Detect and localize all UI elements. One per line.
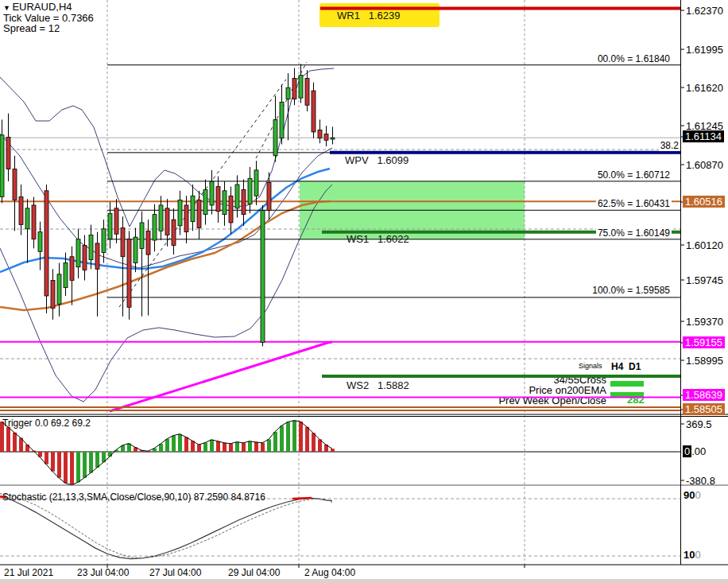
- trigger-bar: [235, 442, 239, 452]
- candle-body: [38, 232, 42, 252]
- candle-body: [254, 170, 258, 196]
- candle-body: [197, 200, 201, 227]
- trigger-bar: [254, 442, 258, 452]
- candle-body: [25, 208, 29, 229]
- stoch-main-line: [0, 496, 332, 558]
- mt4-chart-window: ▼ EURAUD,H4 Tick Value = 0.7366 Spread =…: [0, 0, 728, 583]
- candle-body: [146, 231, 150, 255]
- candle-body: [191, 196, 195, 221]
- ma-slow-orange: [0, 201, 330, 310]
- candle-body: [89, 235, 93, 260]
- candle-body: [235, 185, 239, 208]
- trigger-bar: [248, 441, 252, 452]
- trigger-bar: [305, 427, 309, 452]
- candle-body: [203, 190, 207, 215]
- trigger-bar: [165, 439, 169, 452]
- candle-body: [292, 79, 296, 99]
- candle-body: [210, 181, 214, 205]
- trigger-bar: [172, 436, 176, 452]
- trigger-bar: [6, 427, 10, 452]
- trigger-bar: [203, 443, 207, 452]
- candle-body: [318, 130, 322, 138]
- candle-body: [229, 196, 233, 223]
- stoch-red-segment: [292, 498, 312, 499]
- candle-body: [57, 274, 61, 305]
- candle-body: [267, 182, 271, 210]
- trigger-bar: [331, 449, 335, 452]
- chart-canvas[interactable]: [0, 0, 728, 583]
- candle-body: [76, 239, 80, 267]
- candle-body: [261, 210, 265, 342]
- candle-body: [114, 208, 118, 234]
- candle-body: [153, 215, 157, 240]
- trigger-bar: [178, 434, 182, 452]
- trigger-bar: [25, 445, 29, 452]
- candle-body: [51, 281, 55, 309]
- candle-body: [280, 102, 284, 138]
- trigger-bar: [261, 443, 265, 452]
- trigger-bar: [216, 441, 220, 452]
- candle-body: [324, 134, 328, 141]
- candle-body: [165, 208, 169, 235]
- candle-body: [32, 205, 36, 239]
- candle-body: [70, 257, 74, 281]
- candle-body: [248, 178, 252, 204]
- trigger-bar: [64, 452, 68, 483]
- trigger-bar: [273, 432, 277, 452]
- candle-body: [95, 243, 99, 269]
- candle-body: [127, 239, 131, 308]
- candle-body: [134, 237, 137, 262]
- candle-body: [286, 87, 290, 99]
- candle-body: [102, 229, 106, 253]
- trigger-bar: [76, 452, 80, 482]
- signal-status-swatch: [610, 381, 644, 387]
- candle-body: [13, 169, 17, 200]
- trigger-bar: [0, 422, 4, 452]
- window-bottom-strip: [0, 579, 728, 583]
- candle-body: [312, 91, 316, 132]
- magenta-trendline: [110, 342, 332, 411]
- trigger-bar: [89, 452, 93, 473]
- stoch-red-segment: [0, 496, 6, 497]
- trigger-bar: [13, 433, 17, 452]
- candle-body: [299, 76, 303, 99]
- trigger-bar: [223, 443, 227, 452]
- candle-body: [140, 223, 144, 248]
- candle-body: [19, 197, 23, 225]
- candle-body: [216, 187, 220, 212]
- candle-body: [331, 138, 335, 139]
- trigger-bar: [286, 422, 290, 452]
- ma-fast-blue: [0, 169, 330, 272]
- candle-body: [108, 213, 112, 239]
- trigger-bar: [45, 452, 48, 464]
- trigger-bar: [242, 443, 246, 452]
- candle-body: [64, 263, 68, 288]
- candle-body: [305, 79, 309, 106]
- trigger-bar: [267, 439, 271, 452]
- candle-body: [45, 191, 48, 296]
- trigger-bar: [184, 437, 188, 452]
- candle-body: [178, 200, 182, 225]
- candle-body: [273, 119, 277, 155]
- candle-body: [121, 227, 125, 256]
- trigger-bar: [299, 422, 303, 452]
- signal-status-swatch: [610, 392, 644, 398]
- trigger-bar: [229, 444, 233, 452]
- candle-body: [223, 191, 227, 215]
- trigger-bar: [191, 441, 195, 452]
- trigger-bar: [210, 440, 214, 452]
- trigger-bar: [197, 445, 201, 452]
- trigger-bar: [57, 452, 61, 478]
- trigger-bar: [95, 452, 99, 468]
- trigger-bar: [292, 421, 296, 452]
- trigger-bar: [280, 426, 284, 452]
- candle-body: [0, 135, 4, 197]
- candle-body: [184, 205, 188, 232]
- candle-body: [242, 190, 246, 215]
- candle-body: [172, 220, 176, 245]
- candle-body: [83, 245, 87, 270]
- trigger-bar: [312, 433, 316, 452]
- trigger-bar: [83, 452, 87, 478]
- candle-body: [159, 205, 163, 231]
- candle-body: [6, 137, 10, 169]
